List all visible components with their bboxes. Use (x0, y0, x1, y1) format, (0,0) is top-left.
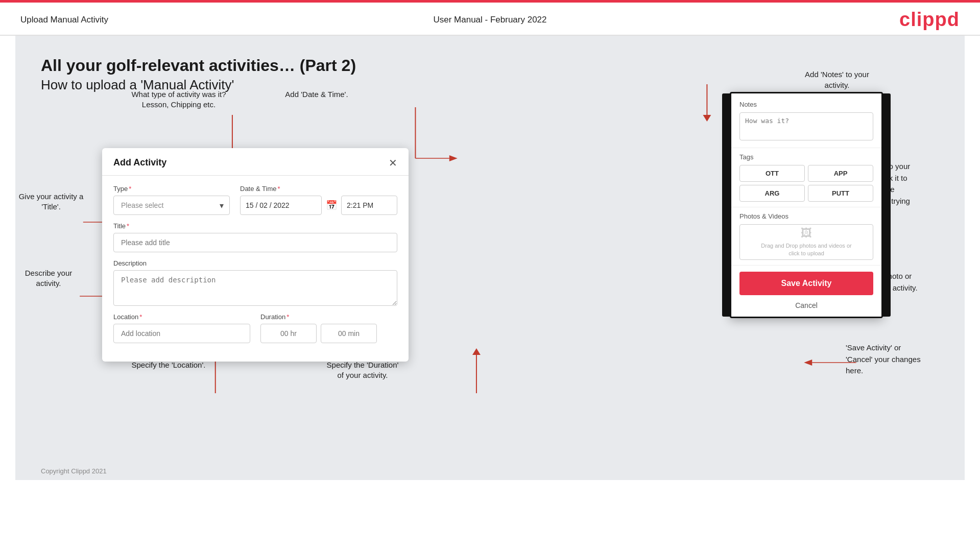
add-activity-dialog: Add Activity ✕ Type* Please select (102, 148, 409, 362)
panel-left-bar (722, 93, 730, 317)
footer-copyright: Copyright Clippd 2021 (41, 467, 107, 475)
svg-marker-21 (804, 360, 812, 366)
app-panel: Notes Tags OTT APP ARG PUTT Photos & Vid… (730, 92, 883, 318)
datetime-group: Date & Time* 📅 (240, 185, 397, 215)
notes-textarea[interactable] (739, 112, 873, 140)
notes-section: Notes (731, 93, 881, 148)
page-title-bar: Upload Manual Activity (20, 15, 108, 25)
logo: clippd (899, 9, 960, 31)
tags-section: Tags OTT APP ARG PUTT (731, 148, 881, 207)
svg-marker-15 (703, 115, 711, 122)
duration-hr-input[interactable] (260, 324, 317, 343)
notes-label: Notes (739, 101, 873, 108)
tag-app[interactable]: APP (808, 165, 873, 182)
main-content: All your golf-relevant activities… (Part… (15, 36, 965, 480)
document-title: User Manual - February 2022 (433, 15, 546, 25)
datetime-inputs: 📅 (240, 196, 397, 215)
time-input[interactable] (341, 196, 397, 215)
location-group: Location* (113, 313, 250, 343)
title-label: Title* (113, 222, 397, 230)
type-select-wrapper: Please select (113, 196, 230, 215)
description-textarea[interactable] (113, 270, 397, 306)
duration-label: Duration* (260, 313, 397, 321)
annotation-datetime: Add 'Date & Time'. (276, 89, 357, 100)
photos-drop-zone[interactable]: 🖼 Drag and Drop photos and videos orclic… (739, 224, 873, 260)
photos-label: Photos & Videos (739, 212, 873, 220)
dialog-body: Type* Please select Date & Time* 📅 (102, 176, 409, 362)
tags-grid: OTT APP ARG PUTT (739, 165, 873, 202)
tag-arg[interactable]: ARG (739, 185, 805, 202)
tag-ott[interactable]: OTT (739, 165, 805, 182)
duration-inputs (260, 324, 397, 343)
duration-min-input[interactable] (321, 324, 377, 343)
dialog-header: Add Activity ✕ (102, 148, 409, 176)
description-group: Description (113, 259, 397, 306)
annotation-duration: Specify the 'Duration'of your activity. (312, 360, 414, 380)
svg-marker-13 (472, 348, 481, 355)
annotation-description: Describe youractivity. (18, 268, 79, 288)
title-group: Title* (113, 222, 397, 252)
type-datetime-row: Type* Please select Date & Time* 📅 (113, 185, 397, 215)
datetime-label: Date & Time* (240, 185, 397, 193)
location-duration-row: Location* Duration* (113, 313, 397, 343)
description-label: Description (113, 259, 397, 267)
annotation-notes: Add 'Notes' to youractivity. (788, 69, 886, 90)
svg-marker-5 (449, 155, 458, 161)
annotation-title: Give your activity a'Title'. (15, 191, 87, 211)
top-bar: Upload Manual Activity User Manual - Feb… (0, 3, 980, 36)
save-activity-button[interactable]: Save Activity (739, 272, 873, 295)
location-label: Location* (113, 313, 250, 321)
type-group: Type* Please select (113, 185, 230, 215)
photo-icon: 🖼 (801, 227, 812, 240)
annotation-activity-type: What type of activity was it?Lesson, Chi… (128, 89, 230, 109)
date-input[interactable] (240, 196, 322, 215)
title-input[interactable] (113, 233, 397, 252)
tags-label: Tags (739, 153, 873, 161)
photos-drop-text: Drag and Drop photos and videos orclick … (761, 242, 851, 258)
type-select[interactable]: Please select (113, 196, 230, 215)
duration-group: Duration* (260, 313, 397, 343)
photos-section: Photos & Videos 🖼 Drag and Drop photos a… (731, 207, 881, 266)
panel-right-bar (882, 93, 891, 317)
location-input[interactable] (113, 324, 250, 343)
dialog-title: Add Activity (113, 157, 166, 168)
tag-putt[interactable]: PUTT (808, 185, 873, 202)
close-button[interactable]: ✕ (389, 158, 397, 168)
annotation-save: 'Save Activity' or'Cancel' your changesh… (846, 342, 961, 377)
calendar-icon[interactable]: 📅 (326, 200, 337, 211)
cancel-button[interactable]: Cancel (731, 298, 881, 317)
type-label: Type* (113, 185, 230, 193)
